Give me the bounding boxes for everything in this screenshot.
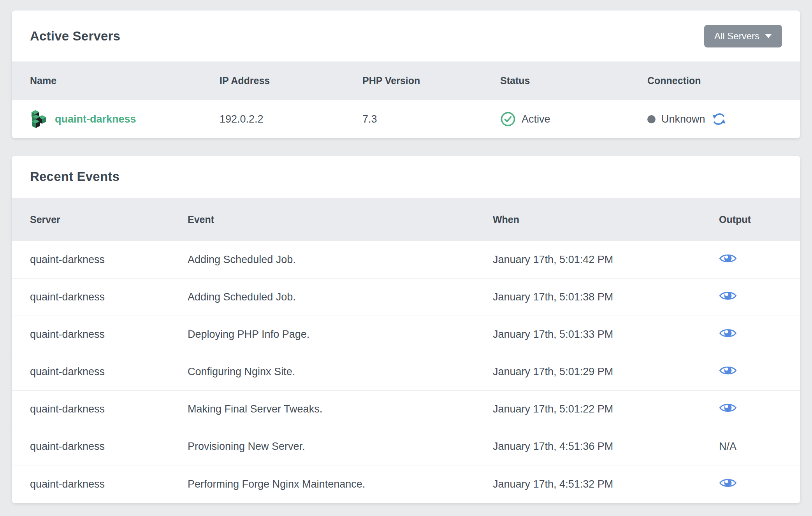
event-output-cell [719, 252, 782, 267]
event-when-cell: January 17th, 5:01:42 PM [493, 254, 719, 266]
col-header-status: Status [500, 75, 647, 86]
events-table-header: Server Event When Output [12, 198, 800, 241]
event-server-cell: quaint-darkness [30, 366, 188, 378]
view-output-button[interactable] [719, 290, 737, 302]
col-header-output: Output [719, 214, 782, 225]
col-header-ip: IP Address [220, 75, 362, 86]
col-header-name: Name [30, 75, 220, 86]
event-server-cell: quaint-darkness [30, 254, 188, 266]
event-when-cell: January 17th, 4:51:36 PM [493, 441, 719, 453]
active-servers-header: Active Servers All Servers [12, 11, 800, 61]
server-cubes-icon [30, 110, 46, 128]
server-php-cell: 7.3 [362, 113, 500, 125]
eye-icon [719, 402, 737, 414]
event-when-cell: January 17th, 5:01:33 PM [493, 328, 719, 340]
all-servers-filter-button[interactable]: All Servers [704, 25, 782, 47]
col-header-php: PHP Version [362, 75, 500, 86]
event-name-cell: Making Final Server Tweaks. [188, 403, 493, 415]
event-table-row: quaint-darkness Adding Scheduled Job. Ja… [12, 241, 800, 279]
output-na-label: N/A [719, 441, 736, 452]
eye-icon [719, 290, 737, 302]
view-output-button[interactable] [719, 252, 737, 265]
recent-events-card: Recent Events Server Event When Output q… [12, 156, 800, 503]
recent-events-header: Recent Events [12, 156, 800, 198]
view-output-button[interactable] [719, 364, 737, 377]
all-servers-button-label: All Servers [714, 31, 759, 42]
refresh-icon[interactable] [712, 112, 726, 126]
event-name-cell: Provisioning New Server. [188, 441, 493, 453]
event-table-row: quaint-darkness Making Final Server Twea… [12, 391, 800, 428]
view-output-button[interactable] [719, 402, 737, 414]
active-servers-card: Active Servers All Servers Name IP Addre… [12, 11, 800, 138]
gray-dot-icon [647, 115, 656, 123]
event-when-cell: January 17th, 5:01:38 PM [493, 291, 719, 303]
check-circle-icon [500, 111, 516, 127]
event-when-cell: January 17th, 4:51:32 PM [493, 478, 719, 490]
event-table-row: quaint-darkness Deploying PHP Info Page.… [12, 316, 800, 353]
event-name-cell: Adding Scheduled Job. [188, 254, 493, 266]
server-ip-cell: 192.0.2.2 [220, 113, 362, 125]
event-server-cell: quaint-darkness [30, 403, 188, 415]
event-table-row: quaint-darkness Performing Forge Nginx M… [12, 465, 800, 503]
event-output-cell: N/A [719, 441, 782, 453]
event-server-cell: quaint-darkness [30, 328, 188, 340]
event-output-cell [719, 402, 782, 417]
server-connection-cell: Unknown [647, 112, 782, 126]
active-servers-title: Active Servers [30, 29, 120, 44]
event-output-cell [719, 477, 782, 492]
server-table-row: quaint-darkness 192.0.2.2 7.3 Active Unk… [12, 100, 800, 138]
col-header-connection: Connection [647, 75, 782, 86]
event-output-cell [719, 364, 782, 379]
event-name-cell: Performing Forge Nginx Maintenance. [188, 478, 493, 490]
servers-table-header: Name IP Address PHP Version Status Conne… [12, 61, 800, 100]
event-output-cell [719, 327, 782, 342]
server-name-link[interactable]: quaint-darkness [55, 113, 136, 125]
event-table-row: quaint-darkness Provisioning New Server.… [12, 428, 800, 465]
server-status-cell: Active [500, 111, 647, 127]
event-when-cell: January 17th, 5:01:29 PM [493, 366, 719, 378]
caret-down-icon [765, 34, 772, 38]
recent-events-title: Recent Events [30, 169, 120, 184]
event-output-cell [719, 290, 782, 305]
event-server-cell: quaint-darkness [30, 291, 188, 303]
event-name-cell: Deploying PHP Info Page. [188, 328, 493, 340]
eye-icon [719, 477, 737, 489]
server-connection-label: Unknown [661, 113, 705, 125]
event-name-cell: Adding Scheduled Job. [188, 291, 493, 303]
event-server-cell: quaint-darkness [30, 441, 188, 453]
view-output-button[interactable] [719, 477, 737, 489]
eye-icon [719, 327, 737, 339]
col-header-when: When [493, 214, 719, 225]
event-name-cell: Configuring Nginx Site. [188, 366, 493, 378]
col-header-event: Event [188, 214, 493, 225]
event-table-row: quaint-darkness Adding Scheduled Job. Ja… [12, 279, 800, 316]
event-table-row: quaint-darkness Configuring Nginx Site. … [12, 353, 800, 391]
eye-icon [719, 364, 737, 377]
event-when-cell: January 17th, 5:01:22 PM [493, 403, 719, 415]
col-header-server: Server [30, 214, 188, 225]
event-server-cell: quaint-darkness [30, 478, 188, 490]
view-output-button[interactable] [719, 327, 737, 339]
eye-icon [719, 252, 737, 265]
server-status-label: Active [522, 113, 550, 125]
server-name-cell: quaint-darkness [30, 110, 220, 128]
